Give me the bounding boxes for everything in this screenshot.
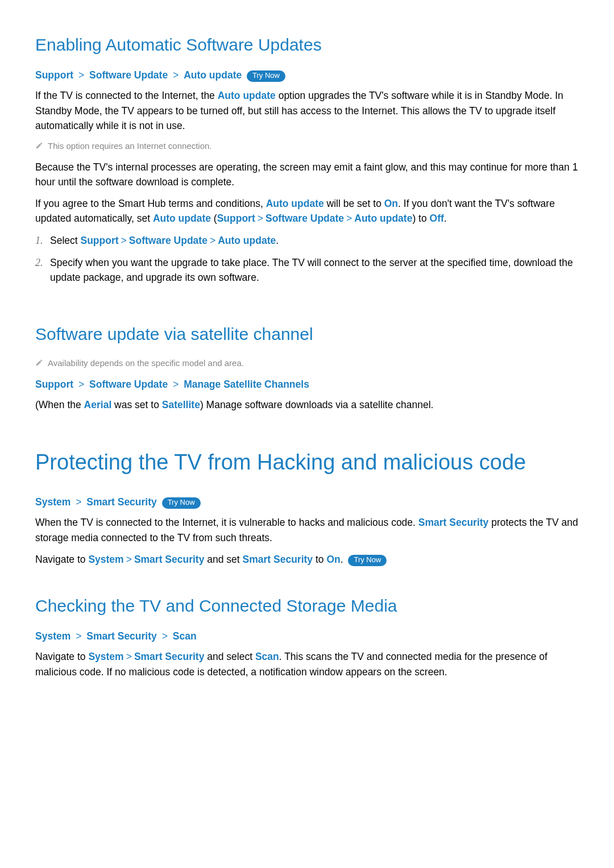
chevron-right-icon: > [76, 630, 81, 642]
pencil-icon [35, 357, 48, 370]
breadcrumb-item[interactable]: Manage Satellite Channels [184, 379, 309, 390]
chevron-right-icon: > [76, 496, 81, 508]
step-item: 1. Select Support>Software Update>Auto u… [35, 233, 579, 248]
body-text: Navigate to System>Smart Security and se… [35, 552, 579, 567]
chevron-right-icon: > [78, 379, 84, 390]
breadcrumb-item[interactable]: Scan [173, 630, 197, 642]
breadcrumb-item[interactable]: Software Update [89, 379, 168, 390]
body-text: If the TV is connected to the Internet, … [35, 88, 579, 133]
chevron-right-icon: > [173, 69, 179, 81]
breadcrumb: System > Smart Security > Scan [35, 629, 579, 643]
steps-list: 1. Select Support>Software Update>Auto u… [35, 233, 579, 285]
section-title: Enabling Automatic Software Updates [35, 32, 579, 57]
breadcrumb-item[interactable]: System [35, 630, 70, 642]
step-number: 2. [35, 255, 50, 285]
breadcrumb-item[interactable]: Smart Security [86, 496, 157, 508]
note: Availability depends on the specific mod… [35, 357, 579, 370]
body-text: (When the Aerial was set to Satellite) M… [35, 397, 579, 412]
chevron-right-icon: > [78, 69, 84, 81]
inline-term: Auto update [218, 90, 276, 101]
page-title: Protecting the TV from Hacking and malic… [35, 446, 579, 479]
breadcrumb: System > Smart Security Try Now [35, 495, 579, 509]
breadcrumb-item[interactable]: Smart Security [86, 630, 157, 642]
section-title: Software update via satellite channel [35, 321, 579, 347]
chevron-right-icon: > [162, 630, 168, 642]
body-text: Because the TV's internal processes are … [35, 160, 579, 190]
section-title: Checking the TV and Connected Storage Me… [35, 593, 579, 618]
note: This option requires an Internet connect… [35, 140, 579, 153]
body-text: When the TV is connected to the Internet… [35, 515, 579, 545]
body-text: If you agree to the Smart Hub terms and … [35, 196, 579, 226]
chevron-right-icon: > [173, 379, 179, 390]
breadcrumb-item[interactable]: Software Update [89, 69, 168, 81]
breadcrumb-item[interactable]: Support [35, 379, 73, 390]
try-now-button[interactable]: Try Now [247, 70, 285, 82]
breadcrumb-item[interactable]: Support [35, 69, 73, 81]
note-text: Availability depends on the specific mod… [48, 357, 244, 370]
breadcrumb: Support > Software Update > Auto update … [35, 68, 579, 82]
breadcrumb: Support > Software Update > Manage Satel… [35, 377, 579, 392]
try-now-button[interactable]: Try Now [348, 555, 387, 566]
step-number: 1. [35, 233, 50, 248]
note-text: This option requires an Internet connect… [48, 140, 212, 153]
step-item: 2. Specify when you want the upgrade to … [35, 255, 579, 285]
pencil-icon [35, 140, 48, 153]
breadcrumb-item[interactable]: Auto update [184, 69, 242, 81]
breadcrumb-item[interactable]: System [35, 496, 70, 508]
try-now-button[interactable]: Try Now [162, 497, 201, 509]
body-text: Navigate to System>Smart Security and se… [35, 649, 579, 679]
